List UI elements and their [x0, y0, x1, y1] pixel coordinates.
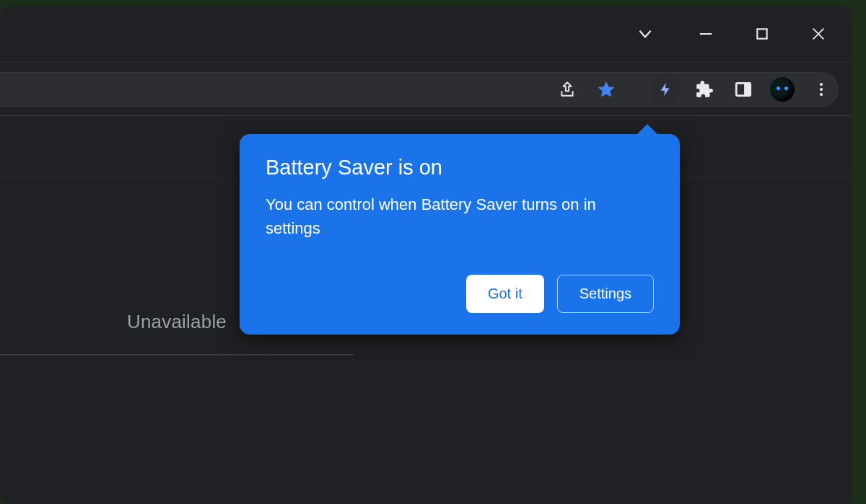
minimize-button[interactable] — [696, 24, 716, 44]
battery-saver-button[interactable] — [650, 74, 681, 105]
extensions-button[interactable] — [688, 74, 720, 105]
maximize-button[interactable] — [752, 24, 772, 44]
battery-saver-popover: Battery Saver is on You can control when… — [240, 134, 680, 335]
chevron-down-icon — [636, 25, 655, 43]
panel-divider — [0, 354, 354, 355]
maximize-icon — [755, 27, 769, 41]
share-icon — [558, 80, 577, 99]
toolbar-actions — [650, 63, 837, 115]
status-text: Unavailable — [127, 311, 227, 332]
browser-toolbar — [0, 63, 852, 116]
close-icon — [810, 26, 826, 42]
popover-actions: Got it Settings — [266, 275, 654, 313]
omnibox-actions — [550, 63, 624, 115]
browser-window: Unavailable Battery Saver is on You can … — [0, 6, 852, 504]
bookmark-button[interactable] — [589, 72, 624, 107]
settings-button[interactable]: Settings — [557, 275, 654, 313]
chrome-menu-button[interactable] — [805, 74, 837, 105]
svg-point-6 — [820, 83, 823, 86]
side-panel-icon — [734, 80, 753, 99]
puzzle-icon — [695, 80, 714, 99]
minimize-icon — [698, 26, 714, 42]
tab-search-button[interactable] — [635, 24, 655, 44]
got-it-button[interactable]: Got it — [466, 275, 544, 313]
svg-rect-5 — [744, 83, 751, 95]
star-filled-icon — [596, 79, 616, 100]
svg-point-8 — [820, 93, 823, 96]
svg-point-7 — [820, 88, 823, 91]
close-button[interactable] — [808, 24, 828, 44]
lightning-icon — [657, 79, 673, 100]
share-button[interactable] — [550, 72, 585, 107]
window-titlebar — [0, 6, 852, 62]
avatar-icon — [770, 77, 795, 102]
more-vertical-icon — [813, 81, 830, 98]
side-panel-button[interactable] — [727, 74, 759, 105]
popover-title: Battery Saver is on — [266, 156, 654, 180]
svg-rect-1 — [757, 29, 766, 38]
popover-body: You can control when Battery Saver turns… — [266, 193, 641, 240]
profile-button[interactable] — [766, 74, 798, 105]
